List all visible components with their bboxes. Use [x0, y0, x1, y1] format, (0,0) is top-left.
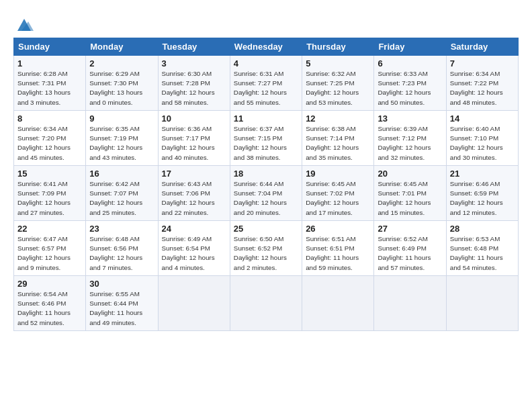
calendar-cell: 18Sunrise: 6:44 AMSunset: 7:04 PMDayligh… — [230, 166, 302, 221]
day-number: 8 — [17, 113, 82, 124]
col-wednesday: Wednesday — [230, 38, 302, 56]
calendar-cell: 22Sunrise: 6:47 AMSunset: 6:57 PMDayligh… — [14, 221, 86, 276]
day-info: Sunrise: 6:51 AMSunset: 6:51 PMDaylight:… — [306, 234, 370, 273]
calendar-cell: 3Sunrise: 6:30 AMSunset: 7:28 PMDaylight… — [158, 56, 230, 111]
day-info: Sunrise: 6:49 AMSunset: 6:54 PMDaylight:… — [162, 234, 226, 273]
day-info: Sunrise: 6:33 AMSunset: 7:23 PMDaylight:… — [378, 69, 442, 107]
day-number: 9 — [89, 113, 154, 124]
calendar-cell: 8Sunrise: 6:34 AMSunset: 7:20 PMDaylight… — [14, 111, 86, 166]
calendar-cell: 28Sunrise: 6:53 AMSunset: 6:48 PMDayligh… — [446, 221, 518, 276]
day-info: Sunrise: 6:32 AMSunset: 7:25 PMDaylight:… — [306, 69, 370, 107]
calendar-cell: 27Sunrise: 6:52 AMSunset: 6:49 PMDayligh… — [374, 221, 446, 276]
calendar-cell: 26Sunrise: 6:51 AMSunset: 6:51 PMDayligh… — [302, 221, 374, 276]
calendar-cell: 12Sunrise: 6:38 AMSunset: 7:14 PMDayligh… — [302, 111, 374, 166]
calendar-cell: 1Sunrise: 6:28 AMSunset: 7:31 PMDaylight… — [14, 56, 86, 111]
calendar-cell: 16Sunrise: 6:42 AMSunset: 7:07 PMDayligh… — [86, 166, 158, 221]
day-info: Sunrise: 6:47 AMSunset: 6:57 PMDaylight:… — [17, 234, 82, 273]
col-friday: Friday — [374, 38, 446, 56]
header — [13, 12, 519, 34]
day-number: 1 — [17, 58, 82, 68]
day-info: Sunrise: 6:36 AMSunset: 7:17 PMDaylight:… — [162, 124, 226, 163]
day-number: 12 — [306, 113, 370, 124]
day-info: Sunrise: 6:53 AMSunset: 6:48 PMDaylight:… — [450, 234, 515, 273]
day-number: 6 — [378, 58, 442, 68]
calendar-cell — [446, 276, 518, 331]
header-row: Sunday Monday Tuesday Wednesday Thursday… — [14, 38, 519, 56]
table-row: 22Sunrise: 6:47 AMSunset: 6:57 PMDayligh… — [14, 221, 519, 276]
calendar-cell: 21Sunrise: 6:46 AMSunset: 6:59 PMDayligh… — [446, 166, 518, 221]
calendar-cell: 29Sunrise: 6:54 AMSunset: 6:46 PMDayligh… — [14, 276, 86, 331]
day-info: Sunrise: 6:34 AMSunset: 7:22 PMDaylight:… — [450, 69, 515, 107]
day-info: Sunrise: 6:43 AMSunset: 7:06 PMDaylight:… — [162, 179, 226, 218]
day-number: 26 — [306, 224, 370, 234]
day-info: Sunrise: 6:52 AMSunset: 6:49 PMDaylight:… — [378, 234, 442, 273]
calendar-cell: 19Sunrise: 6:45 AMSunset: 7:02 PMDayligh… — [302, 166, 374, 221]
calendar-cell: 6Sunrise: 6:33 AMSunset: 7:23 PMDaylight… — [374, 56, 446, 111]
day-number: 13 — [378, 113, 442, 124]
day-info: Sunrise: 6:42 AMSunset: 7:07 PMDaylight:… — [89, 179, 154, 218]
table-row: 8Sunrise: 6:34 AMSunset: 7:20 PMDaylight… — [14, 111, 519, 166]
table-row: 29Sunrise: 6:54 AMSunset: 6:46 PMDayligh… — [14, 276, 519, 331]
calendar-cell: 4Sunrise: 6:31 AMSunset: 7:27 PMDaylight… — [230, 56, 302, 111]
day-info: Sunrise: 6:28 AMSunset: 7:31 PMDaylight:… — [17, 69, 82, 107]
day-info: Sunrise: 6:45 AMSunset: 7:02 PMDaylight:… — [306, 179, 370, 218]
calendar-cell: 10Sunrise: 6:36 AMSunset: 7:17 PMDayligh… — [158, 111, 230, 166]
calendar-cell: 11Sunrise: 6:37 AMSunset: 7:15 PMDayligh… — [230, 111, 302, 166]
calendar-cell — [230, 276, 302, 331]
day-info: Sunrise: 6:29 AMSunset: 7:30 PMDaylight:… — [89, 69, 154, 107]
day-info: Sunrise: 6:54 AMSunset: 6:46 PMDaylight:… — [17, 289, 82, 328]
day-info: Sunrise: 6:48 AMSunset: 6:56 PMDaylight:… — [89, 234, 154, 273]
day-number: 15 — [17, 169, 82, 179]
calendar-cell: 23Sunrise: 6:48 AMSunset: 6:56 PMDayligh… — [86, 221, 158, 276]
day-info: Sunrise: 6:31 AMSunset: 7:27 PMDaylight:… — [234, 69, 298, 107]
logo — [13, 15, 34, 34]
calendar-cell: 7Sunrise: 6:34 AMSunset: 7:22 PMDaylight… — [446, 56, 518, 111]
calendar-cell: 30Sunrise: 6:55 AMSunset: 6:44 PMDayligh… — [86, 276, 158, 331]
day-info: Sunrise: 6:34 AMSunset: 7:20 PMDaylight:… — [17, 124, 82, 163]
day-number: 20 — [378, 169, 442, 179]
day-number: 30 — [89, 279, 154, 289]
calendar-cell: 24Sunrise: 6:49 AMSunset: 6:54 PMDayligh… — [158, 221, 230, 276]
calendar-cell: 17Sunrise: 6:43 AMSunset: 7:06 PMDayligh… — [158, 166, 230, 221]
day-info: Sunrise: 6:38 AMSunset: 7:14 PMDaylight:… — [306, 124, 370, 163]
day-number: 29 — [17, 279, 82, 289]
calendar-cell: 13Sunrise: 6:39 AMSunset: 7:12 PMDayligh… — [374, 111, 446, 166]
calendar-cell — [302, 276, 374, 331]
day-info: Sunrise: 6:41 AMSunset: 7:09 PMDaylight:… — [17, 179, 82, 218]
calendar-cell — [374, 276, 446, 331]
day-number: 3 — [162, 58, 226, 68]
day-info: Sunrise: 6:46 AMSunset: 6:59 PMDaylight:… — [450, 179, 515, 218]
page: Sunday Monday Tuesday Wednesday Thursday… — [0, 0, 532, 411]
table-row: 1Sunrise: 6:28 AMSunset: 7:31 PMDaylight… — [14, 56, 519, 111]
day-number: 19 — [306, 169, 370, 179]
day-info: Sunrise: 6:37 AMSunset: 7:15 PMDaylight:… — [234, 124, 298, 163]
col-thursday: Thursday — [302, 38, 374, 56]
day-number: 14 — [450, 113, 515, 124]
day-info: Sunrise: 6:35 AMSunset: 7:19 PMDaylight:… — [89, 124, 154, 163]
logo-icon — [15, 15, 34, 34]
day-number: 10 — [162, 113, 226, 124]
calendar-cell: 25Sunrise: 6:50 AMSunset: 6:52 PMDayligh… — [230, 221, 302, 276]
day-number: 16 — [89, 169, 154, 179]
day-info: Sunrise: 6:39 AMSunset: 7:12 PMDaylight:… — [378, 124, 442, 163]
day-info: Sunrise: 6:40 AMSunset: 7:10 PMDaylight:… — [450, 124, 515, 163]
day-number: 22 — [17, 224, 82, 234]
day-number: 21 — [450, 169, 515, 179]
day-info: Sunrise: 6:44 AMSunset: 7:04 PMDaylight:… — [234, 179, 298, 218]
day-info: Sunrise: 6:30 AMSunset: 7:28 PMDaylight:… — [162, 69, 226, 107]
calendar-cell: 2Sunrise: 6:29 AMSunset: 7:30 PMDaylight… — [86, 56, 158, 111]
calendar-cell: 15Sunrise: 6:41 AMSunset: 7:09 PMDayligh… — [14, 166, 86, 221]
day-info: Sunrise: 6:55 AMSunset: 6:44 PMDaylight:… — [89, 289, 154, 328]
col-sunday: Sunday — [14, 38, 86, 56]
day-number: 23 — [89, 224, 154, 234]
calendar-table: Sunday Monday Tuesday Wednesday Thursday… — [13, 38, 519, 331]
col-saturday: Saturday — [446, 38, 518, 56]
col-monday: Monday — [86, 38, 158, 56]
day-number: 18 — [234, 169, 298, 179]
calendar-cell: 14Sunrise: 6:40 AMSunset: 7:10 PMDayligh… — [446, 111, 518, 166]
col-tuesday: Tuesday — [158, 38, 230, 56]
calendar-cell: 20Sunrise: 6:45 AMSunset: 7:01 PMDayligh… — [374, 166, 446, 221]
day-number: 11 — [234, 113, 298, 124]
day-number: 27 — [378, 224, 442, 234]
day-number: 7 — [450, 58, 515, 68]
